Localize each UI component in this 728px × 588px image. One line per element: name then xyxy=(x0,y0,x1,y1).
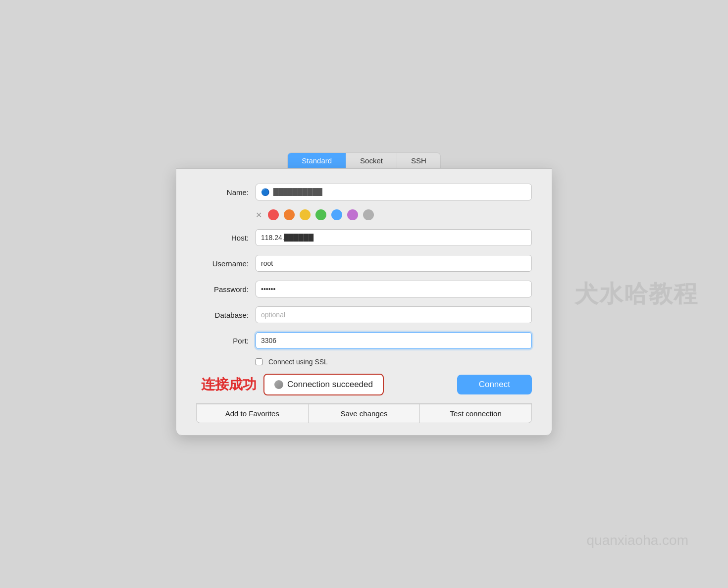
tab-socket[interactable]: Socket xyxy=(346,153,397,168)
color-clear-icon[interactable]: ✕ xyxy=(256,210,262,220)
connection-succeeded-box: Connection succeeded xyxy=(263,374,384,395)
watermark-top: 犬水哈教程 xyxy=(574,278,698,310)
ssl-checkbox[interactable] xyxy=(256,358,262,365)
ssl-label: Connect using SSL xyxy=(268,358,328,366)
host-row: Host: xyxy=(196,229,532,246)
tab-standard[interactable]: Standard xyxy=(288,153,346,168)
action-row: Add to Favorites Save changes Test conne… xyxy=(196,403,532,423)
username-input[interactable] xyxy=(256,255,532,272)
watermark-bottom: quanxiaoha.com xyxy=(587,533,688,548)
port-input[interactable] xyxy=(256,332,532,349)
connection-icon xyxy=(274,380,283,389)
chinese-success-text: 连接成功 xyxy=(201,375,257,394)
database-input[interactable] xyxy=(256,306,532,323)
database-row: Database: xyxy=(196,306,532,323)
add-favorites-button[interactable]: Add to Favorites xyxy=(196,404,309,423)
dialog-panel: Name: ✕ Host: Username: Password: xyxy=(176,168,552,436)
connect-button[interactable]: Connect xyxy=(457,375,532,394)
green-dot[interactable] xyxy=(315,209,326,220)
password-row: Password: xyxy=(196,281,532,297)
password-label: Password: xyxy=(196,285,256,294)
port-row: Port: xyxy=(196,332,532,349)
host-input[interactable] xyxy=(256,229,532,246)
save-changes-button[interactable]: Save changes xyxy=(309,404,420,423)
gray-dot[interactable] xyxy=(363,209,374,220)
left-connection: 连接成功 Connection succeeded xyxy=(196,374,384,395)
name-input[interactable] xyxy=(256,184,532,200)
test-connection-button[interactable]: Test connection xyxy=(420,404,532,423)
username-label: Username: xyxy=(196,259,256,268)
password-input[interactable] xyxy=(256,281,532,297)
name-row: Name: xyxy=(196,184,532,200)
connection-succeeded-text: Connection succeeded xyxy=(287,380,373,390)
purple-dot[interactable] xyxy=(347,209,358,220)
connection-area: 连接成功 Connection succeeded Connect xyxy=(196,374,532,395)
username-row: Username: xyxy=(196,255,532,272)
ssl-row: Connect using SSL xyxy=(196,358,532,366)
blue-dot[interactable] xyxy=(331,209,342,220)
tab-bar: Standard Socket SSH xyxy=(287,152,441,168)
red-dot[interactable] xyxy=(268,209,279,220)
port-label: Port: xyxy=(196,337,256,345)
database-label: Database: xyxy=(196,311,256,319)
color-row: ✕ xyxy=(196,209,532,220)
dialog-wrapper: Standard Socket SSH Name: ✕ Host: Us xyxy=(176,152,552,436)
tab-ssh[interactable]: SSH xyxy=(397,153,440,168)
host-label: Host: xyxy=(196,234,256,242)
name-label: Name: xyxy=(196,188,256,196)
orange-dot[interactable] xyxy=(284,209,295,220)
yellow-dot[interactable] xyxy=(300,209,311,220)
